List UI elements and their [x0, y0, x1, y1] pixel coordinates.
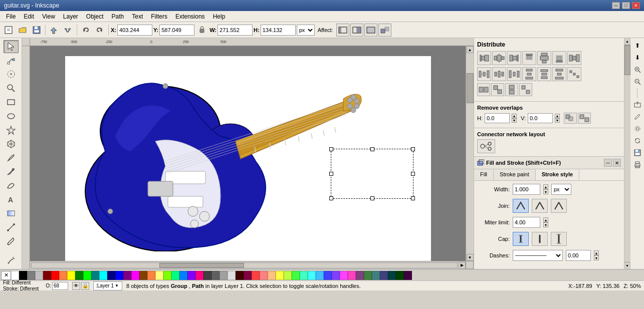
rect-tool[interactable]: [4, 96, 19, 109]
color-swatch[interactable]: [340, 271, 348, 280]
align-small3[interactable]: [505, 83, 518, 96]
undo-button[interactable]: [79, 24, 92, 37]
color-swatch[interactable]: [284, 271, 292, 280]
h-scrollbar[interactable]: ▶: [30, 261, 466, 269]
tab-stroke-paint[interactable]: Stroke paint: [494, 169, 536, 180]
re-refresh[interactable]: [632, 135, 643, 146]
panel-scrollbar[interactable]: ▲ ▼: [624, 38, 630, 269]
affect-btn4[interactable]: [378, 24, 391, 37]
re-arrow-up[interactable]: ⬆: [632, 40, 643, 51]
connector-tool[interactable]: [4, 221, 19, 234]
h-scroll-right[interactable]: ▶: [459, 262, 466, 269]
align-center-v[interactable]: [492, 51, 506, 65]
canvas-area[interactable]: -750 -500 -250 0 250 500: [22, 38, 474, 269]
h-spin-up[interactable]: ▲: [512, 114, 517, 118]
color-swatch[interactable]: [372, 271, 380, 280]
color-swatch[interactable]: [203, 271, 211, 280]
close-button[interactable]: ✕: [632, 2, 640, 9]
visibility-btn[interactable]: 👁: [72, 282, 80, 290]
color-swatch[interactable]: [316, 271, 324, 280]
color-swatch[interactable]: [388, 271, 396, 280]
tab-stroke-style[interactable]: Stroke style: [536, 169, 579, 180]
width-spin-down[interactable]: ▼: [543, 189, 548, 194]
color-swatch[interactable]: [260, 271, 268, 280]
spray-tool[interactable]: [4, 254, 19, 267]
align-center-h[interactable]: [537, 51, 551, 65]
color-swatch[interactable]: [51, 271, 59, 280]
panel-scroll-thumb[interactable]: [624, 45, 630, 75]
canvas[interactable]: ▶ ▲ ▼: [30, 46, 474, 269]
miter-spin-down[interactable]: ▼: [543, 222, 548, 227]
color-swatch[interactable]: [324, 271, 332, 280]
h-value-input[interactable]: [485, 113, 510, 123]
width-input[interactable]: [513, 184, 540, 195]
align-right-edges[interactable]: [507, 51, 521, 65]
select-tool[interactable]: [4, 40, 19, 53]
re-print[interactable]: [632, 159, 643, 170]
color-swatch[interactable]: [67, 271, 75, 280]
maximize-button[interactable]: □: [622, 2, 630, 9]
align-small4[interactable]: [519, 83, 532, 96]
menu-path[interactable]: Path: [108, 12, 128, 21]
color-swatch[interactable]: [252, 271, 260, 280]
color-swatch[interactable]: [11, 271, 19, 280]
dashes-spin-down[interactable]: ▼: [594, 255, 599, 260]
miter-spin-up[interactable]: ▲: [543, 217, 548, 222]
dashes-input[interactable]: [566, 250, 591, 261]
v-scroll-up[interactable]: ▲: [467, 46, 474, 53]
affect-btn2[interactable]: [350, 24, 363, 37]
3dbox-tool[interactable]: [4, 137, 19, 150]
color-swatch[interactable]: [115, 271, 123, 280]
color-swatch[interactable]: [19, 271, 27, 280]
color-swatch[interactable]: [356, 271, 364, 280]
export-button[interactable]: [62, 24, 75, 37]
menu-text[interactable]: Text: [128, 12, 147, 21]
opacity-input[interactable]: [52, 282, 68, 290]
color-swatch[interactable]: [396, 271, 404, 280]
re-zoom-in[interactable]: [632, 64, 643, 75]
lock-layer-btn[interactable]: 🔒: [81, 282, 89, 290]
redo-button[interactable]: [93, 24, 106, 37]
re-save[interactable]: [632, 147, 643, 158]
star-tool[interactable]: [4, 124, 19, 137]
w-input[interactable]: [218, 25, 253, 36]
fill-stroke-close[interactable]: ✕: [613, 159, 621, 167]
menu-layer[interactable]: Layer: [59, 12, 82, 21]
color-swatch[interactable]: [107, 271, 115, 280]
color-swatch[interactable]: [139, 271, 147, 280]
color-swatch[interactable]: [300, 271, 308, 280]
color-swatch[interactable]: [308, 271, 316, 280]
join-bevel-btn[interactable]: [551, 199, 567, 213]
dashes-select[interactable]: ──────── - - - - - · · · · ·: [513, 250, 563, 261]
menu-help[interactable]: Help: [209, 12, 230, 21]
color-swatch[interactable]: [27, 271, 35, 280]
connector-network-btn[interactable]: [477, 139, 495, 153]
handle-bm[interactable]: [370, 196, 374, 200]
width-unit-select[interactable]: px mm pt: [551, 184, 571, 195]
handle-tm[interactable]: [370, 147, 374, 151]
v-scroll-thumb[interactable]: [467, 73, 474, 103]
eyedropper-tool[interactable]: [4, 235, 19, 248]
v-spin-up[interactable]: ▲: [555, 114, 560, 118]
cap-butt-btn[interactable]: [513, 232, 529, 246]
align-small2[interactable]: [491, 83, 504, 96]
tab-fill[interactable]: Fill: [474, 169, 494, 180]
color-swatch[interactable]: [404, 271, 412, 280]
color-swatch[interactable]: [228, 271, 236, 280]
affect-btn1[interactable]: [336, 24, 349, 37]
width-spin-up[interactable]: ▲: [543, 184, 548, 189]
color-swatch[interactable]: [59, 271, 67, 280]
menu-file[interactable]: File: [2, 12, 20, 21]
dist-top[interactable]: [522, 67, 536, 81]
color-swatch[interactable]: [195, 271, 203, 280]
color-swatch[interactable]: [220, 271, 228, 280]
panel-scroll-up[interactable]: ▲: [624, 38, 630, 45]
cap-round-btn[interactable]: [532, 232, 548, 246]
h-scroll-thumb[interactable]: [159, 263, 245, 268]
color-swatch[interactable]: [276, 271, 284, 280]
color-swatch[interactable]: [236, 271, 244, 280]
lock-button[interactable]: [195, 24, 208, 37]
layer-dropdown[interactable]: ▼: [114, 283, 120, 288]
re-edit[interactable]: [632, 111, 643, 122]
open-button[interactable]: [16, 24, 29, 37]
